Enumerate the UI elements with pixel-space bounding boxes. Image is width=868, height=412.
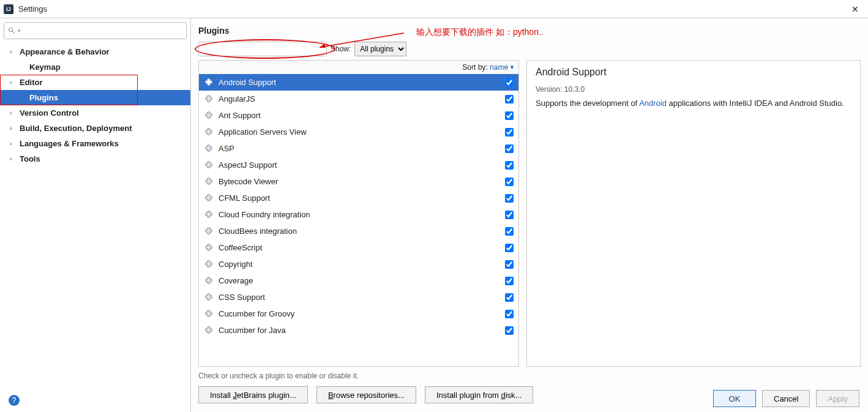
plugin-row[interactable]: Cucumber for Java bbox=[199, 322, 518, 339]
browse-repositories-button[interactable]: Browse repositories... bbox=[316, 386, 416, 403]
detail-version: Version: 10.3.0 bbox=[536, 85, 851, 94]
sidebar: ▾ ›Appearance & BehaviorKeymap›EditorPlu… bbox=[0, 18, 191, 412]
plugin-name: Coverage bbox=[219, 276, 505, 285]
plugin-checkbox[interactable] bbox=[505, 227, 514, 236]
plugin-icon bbox=[204, 293, 214, 302]
apply-button[interactable]: Apply bbox=[816, 390, 859, 407]
plugin-row[interactable]: Bytecode Viewer bbox=[199, 173, 518, 190]
plugin-row[interactable]: CoffeeScript bbox=[199, 239, 518, 256]
plugin-checkbox[interactable] bbox=[505, 244, 514, 252]
chevron-right-icon: › bbox=[10, 155, 17, 162]
plugin-icon bbox=[204, 243, 214, 253]
plugin-checkbox[interactable] bbox=[505, 194, 514, 203]
plugin-row[interactable]: ASP bbox=[199, 140, 518, 157]
plugin-search-input[interactable] bbox=[198, 42, 327, 56]
plugin-name: Android Support bbox=[219, 78, 505, 87]
sidebar-item-appearance-behavior[interactable]: ›Appearance & Behavior bbox=[0, 44, 190, 59]
footer: OK Cancel Apply bbox=[713, 390, 859, 407]
plugin-checkbox[interactable] bbox=[505, 326, 514, 335]
plugin-list-panel: Sort by: name ▼ Android SupportAngularJS… bbox=[198, 60, 519, 367]
plugin-row[interactable]: Coverage bbox=[199, 272, 518, 289]
plugin-icon bbox=[204, 111, 214, 121]
chevron-down-icon: ▼ bbox=[509, 64, 515, 70]
plugin-icon bbox=[204, 177, 214, 187]
plugin-name: AngularJS bbox=[219, 94, 505, 103]
close-icon[interactable]: ✕ bbox=[848, 2, 862, 16]
install-jetbrains-button[interactable]: Install JetBrains plugin... bbox=[198, 386, 308, 403]
ok-button[interactable]: OK bbox=[713, 390, 756, 407]
content: Plugins Show: All plugins Sort by: name … bbox=[191, 18, 868, 412]
svg-line-1 bbox=[12, 31, 15, 34]
sort-row[interactable]: Sort by: name ▼ bbox=[199, 61, 518, 74]
content-title: Plugins bbox=[198, 26, 861, 36]
svg-point-0 bbox=[9, 28, 13, 32]
sidebar-item-label: Editor bbox=[20, 78, 43, 87]
sidebar-item-label: Languages & Frameworks bbox=[20, 139, 119, 148]
plugin-row[interactable]: Copyright bbox=[199, 256, 518, 272]
chevron-right-icon: › bbox=[10, 125, 17, 132]
app-icon: IJ bbox=[4, 4, 13, 14]
plugin-row[interactable]: CloudBees integration bbox=[199, 223, 518, 239]
chevron-right-icon: › bbox=[10, 110, 17, 116]
plugin-icon bbox=[204, 276, 214, 286]
sidebar-item-label: Tools bbox=[20, 154, 40, 163]
plugin-list: Android SupportAngularJSAnt SupportAppli… bbox=[199, 74, 518, 366]
plugin-name: CSS Support bbox=[219, 293, 505, 302]
search-icon bbox=[8, 27, 15, 34]
plugin-checkbox[interactable] bbox=[505, 211, 514, 219]
plugin-row[interactable]: Cloud Foundry integration bbox=[199, 206, 518, 223]
plugin-checkbox[interactable] bbox=[505, 310, 514, 318]
plugin-row[interactable]: Ant Support bbox=[199, 107, 518, 124]
titlebar: IJ Settings ✕ bbox=[0, 0, 868, 18]
plugin-row[interactable]: Android Support bbox=[199, 74, 518, 91]
sidebar-item-languages-frameworks[interactable]: ›Languages & Frameworks bbox=[0, 136, 190, 151]
sidebar-item-label: Plugins bbox=[29, 93, 58, 102]
detail-panel: Android Support Version: 10.3.0 Supports… bbox=[526, 60, 861, 367]
sidebar-item-editor[interactable]: ›Editor bbox=[0, 75, 190, 90]
plugin-checkbox[interactable] bbox=[505, 95, 514, 103]
plugin-row[interactable]: CSS Support bbox=[199, 289, 518, 305]
plugin-checkbox[interactable] bbox=[505, 260, 514, 269]
help-icon[interactable]: ? bbox=[9, 395, 20, 406]
sidebar-search[interactable]: ▾ bbox=[4, 22, 187, 39]
chevron-right-icon: › bbox=[10, 48, 17, 55]
plugin-name: AspectJ Support bbox=[219, 160, 505, 170]
sidebar-item-version-control[interactable]: ›Version Control bbox=[0, 105, 190, 121]
sidebar-item-build-execution-deployment[interactable]: ›Build, Execution, Deployment bbox=[0, 121, 190, 136]
plugin-name: Cloud Foundry integration bbox=[219, 210, 505, 219]
plugin-row[interactable]: CFML Support bbox=[199, 190, 518, 206]
plugin-icon bbox=[204, 127, 214, 137]
plugin-checkbox[interactable] bbox=[505, 178, 514, 186]
plugin-checkbox[interactable] bbox=[505, 144, 514, 153]
install-from-disk-button[interactable]: Install plugin from disk... bbox=[425, 386, 533, 403]
plugin-row[interactable]: Application Servers View bbox=[199, 124, 518, 140]
chevron-right-icon: › bbox=[10, 140, 17, 147]
show-label: Show: bbox=[331, 45, 351, 53]
show-select[interactable]: All plugins bbox=[354, 42, 406, 56]
plugin-checkbox[interactable] bbox=[505, 78, 514, 87]
sort-link[interactable]: name bbox=[490, 63, 508, 72]
plugin-icon bbox=[204, 227, 214, 236]
sidebar-item-label: Appearance & Behavior bbox=[20, 47, 110, 56]
plugin-row[interactable]: AngularJS bbox=[199, 91, 518, 107]
sidebar-item-tools[interactable]: ›Tools bbox=[0, 151, 190, 167]
plugin-row[interactable]: Cucumber for Groovy bbox=[199, 305, 518, 322]
plugin-icon bbox=[204, 160, 214, 170]
sidebar-item-plugins[interactable]: Plugins bbox=[0, 90, 190, 105]
plugin-checkbox[interactable] bbox=[505, 293, 514, 302]
plugin-checkbox[interactable] bbox=[505, 111, 514, 120]
plugin-checkbox[interactable] bbox=[505, 128, 514, 137]
plugin-name: CoffeeScript bbox=[219, 243, 505, 252]
plugin-row[interactable]: AspectJ Support bbox=[199, 157, 518, 173]
chevron-right-icon: › bbox=[10, 79, 17, 86]
android-link[interactable]: Android bbox=[639, 99, 667, 108]
cancel-button[interactable]: Cancel bbox=[762, 390, 810, 407]
sidebar-item-label: Build, Execution, Deployment bbox=[20, 124, 132, 133]
plugin-checkbox[interactable] bbox=[505, 277, 514, 285]
sidebar-item-keymap[interactable]: Keymap bbox=[0, 59, 190, 75]
plugin-name: Cucumber for Java bbox=[219, 326, 505, 335]
plugin-name: Cucumber for Groovy bbox=[219, 309, 505, 318]
sidebar-item-label: Version Control bbox=[20, 108, 79, 118]
plugin-checkbox[interactable] bbox=[505, 161, 514, 170]
plugin-name: Bytecode Viewer bbox=[219, 177, 505, 186]
